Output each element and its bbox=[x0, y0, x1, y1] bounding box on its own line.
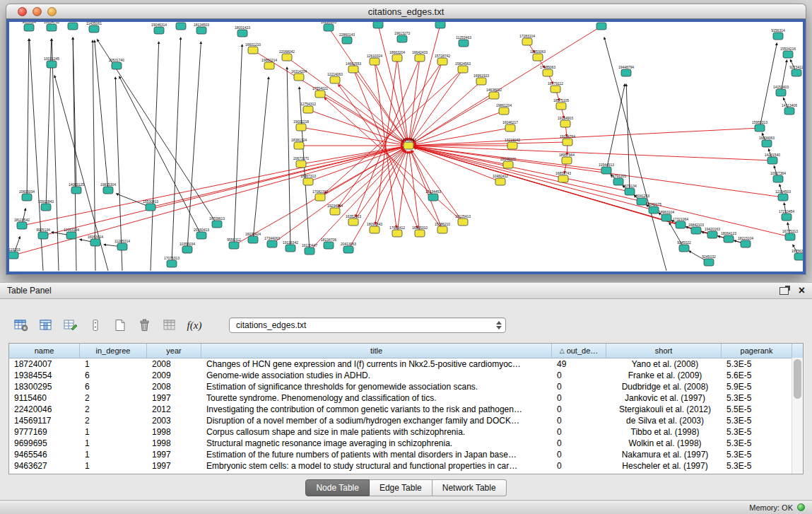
graph-node[interactable]: 19234064 bbox=[327, 204, 343, 216]
graph-node[interactable]: 14313406 bbox=[782, 103, 797, 115]
graph-node[interactable]: 16046217 bbox=[502, 120, 518, 132]
graph-node[interactable]: 18119542 bbox=[14, 218, 30, 230]
graph-node[interactable]: 12104503 bbox=[775, 189, 791, 201]
graph-node[interactable]: 12214063 bbox=[327, 72, 343, 84]
table-row[interactable]: 969969511998Structural magnetic resonanc… bbox=[9, 438, 803, 449]
table-row[interactable]: 2242004622012Investigating the contribut… bbox=[9, 404, 803, 415]
graph-node[interactable]: 20413063 bbox=[341, 242, 356, 254]
table-row[interactable]: 911546021997Tourette syndrome. Phenomeno… bbox=[9, 392, 803, 404]
graph-node[interactable]: 14063125 bbox=[69, 182, 84, 194]
graph-node[interactable]: 18134706 bbox=[321, 238, 336, 250]
graph-node[interactable]: 19448794 bbox=[618, 65, 634, 77]
graph-node[interactable]: 15824563 bbox=[455, 62, 471, 74]
float-panel-icon[interactable] bbox=[779, 287, 789, 295]
graph-node[interactable]: 20160413 bbox=[194, 228, 209, 240]
graph-node[interactable]: 15912843 bbox=[38, 199, 54, 211]
graph-node[interactable]: 19046314 bbox=[151, 23, 167, 35]
graph-node[interactable]: 9245032 bbox=[702, 255, 716, 267]
graph-node[interactable]: 20531740 bbox=[109, 58, 124, 70]
memory-status-label[interactable]: Memory: OK bbox=[749, 503, 793, 512]
graph-node[interactable]: 15955313 bbox=[752, 120, 767, 132]
graph-node[interactable]: 16130447 bbox=[302, 243, 317, 255]
graph-node[interactable]: 20605034 bbox=[19, 189, 35, 201]
graph-node[interactable]: 14153403 bbox=[773, 85, 789, 97]
graph-node[interactable]: 19154764 bbox=[560, 134, 575, 146]
graph-node[interactable]: 10927364 bbox=[770, 171, 786, 183]
graph-node[interactable]: 17605412 bbox=[389, 226, 405, 238]
graph-node[interactable]: 19815304 bbox=[100, 182, 116, 194]
graph-node[interactable]: 22860143 bbox=[339, 33, 355, 45]
edit-table-icon[interactable] bbox=[62, 317, 79, 333]
graph-node[interactable]: 15728742 bbox=[435, 54, 450, 66]
column-header-year[interactable]: year bbox=[147, 344, 201, 358]
graph-node[interactable]: 16756313 bbox=[792, 249, 803, 261]
network-view[interactable]: 1724084115824563157287421664243318663204… bbox=[9, 22, 803, 271]
tab-network-table[interactable]: Network Table bbox=[433, 479, 507, 496]
graph-node[interactable]: 17344063 bbox=[264, 236, 280, 248]
memory-ok-icon[interactable] bbox=[797, 503, 805, 511]
graph-node[interactable]: 17210454 bbox=[779, 209, 794, 221]
graph-node[interactable]: 19613273 bbox=[394, 31, 410, 43]
graph-node[interactable]: 11205314 bbox=[114, 239, 130, 251]
graph-node[interactable]: 22068042 bbox=[279, 49, 295, 62]
graph-node[interactable]: 9273412 bbox=[789, 65, 803, 77]
column-header-pagerank[interactable]: pagerank bbox=[722, 344, 792, 358]
graph-node[interactable]: 9156314 bbox=[771, 28, 785, 40]
graph-node[interactable]: 17485063 bbox=[540, 65, 555, 77]
table-row[interactable]: 977716911998Corpus callosum shape and si… bbox=[9, 426, 803, 438]
graph-node[interactable]: 18001423 bbox=[235, 25, 250, 37]
graph-node[interactable]: 12548342 bbox=[433, 22, 448, 28]
new-file-icon[interactable] bbox=[112, 317, 129, 333]
graph-node[interactable]: 16775313 bbox=[782, 229, 798, 241]
graph-node[interactable]: 10634712 bbox=[44, 22, 59, 31]
table-row[interactable]: 1938455462009Genome-wide association stu… bbox=[9, 370, 803, 381]
graph-node[interactable]: 16709613 bbox=[209, 216, 225, 228]
table-selector-combobox[interactable]: citations_edges.txt bbox=[229, 317, 506, 333]
trash-icon[interactable] bbox=[136, 317, 153, 333]
graph-node[interactable]: 17283104 bbox=[519, 34, 535, 46]
table-row[interactable]: 1830029562008Estimation of significance … bbox=[9, 381, 803, 392]
graph-node[interactable]: 16834063 bbox=[759, 136, 775, 148]
graph-node[interactable]: 16601210 bbox=[245, 42, 261, 54]
graph-node[interactable]: 16779112 bbox=[548, 81, 563, 93]
import-table-icon[interactable] bbox=[161, 317, 178, 333]
function-icon[interactable]: f(x) bbox=[186, 317, 203, 333]
graph-node[interactable]: 16961923 bbox=[473, 74, 489, 86]
graph-node[interactable]: 14662553 bbox=[346, 62, 361, 74]
graph-node[interactable]: 14638012 bbox=[486, 88, 502, 100]
graph-node[interactable]: 15504216 bbox=[780, 47, 796, 59]
close-window-button[interactable] bbox=[18, 7, 27, 16]
graph-node[interactable]: 20673170 bbox=[293, 156, 309, 168]
graph-node[interactable]: 9245022 bbox=[677, 240, 691, 252]
graph-node[interactable]: 9635024 bbox=[22, 22, 36, 31]
graph-node[interactable]: 10031245 bbox=[44, 57, 59, 69]
minimize-window-button[interactable] bbox=[33, 7, 42, 16]
graph-node[interactable]: 18663204 bbox=[389, 50, 405, 62]
graph-node[interactable]: 17554021 bbox=[312, 86, 328, 98]
graph-node[interactable]: 18134503 bbox=[194, 23, 209, 35]
graph-node[interactable]: 10356034 bbox=[180, 242, 195, 254]
graph-node[interactable]: 16228103 bbox=[321, 22, 336, 31]
table-settings-icon[interactable] bbox=[13, 317, 30, 333]
graph-node[interactable]: 10853124 bbox=[173, 22, 189, 30]
graph-node[interactable]: 18223104 bbox=[738, 236, 753, 248]
graph-node[interactable]: 19154903 bbox=[558, 116, 573, 128]
graph-node[interactable]: 16649503 bbox=[370, 22, 386, 28]
graph-node[interactable]: 9556312 bbox=[227, 238, 241, 250]
network-canvas[interactable]: 1724084115824563157287421664243318663204… bbox=[9, 22, 803, 271]
merge-rows-icon[interactable] bbox=[87, 317, 104, 333]
table-row[interactable]: 1456911722003Disruption of a novel membe… bbox=[9, 415, 803, 426]
select-columns-icon[interactable] bbox=[37, 317, 54, 333]
graph-node[interactable]: 15134453 bbox=[425, 189, 441, 201]
close-panel-icon[interactable]: × bbox=[799, 285, 805, 296]
graph-node[interactable]: 9905134 bbox=[36, 228, 50, 240]
table-row[interactable]: 1872400712008Changes of HCN gene express… bbox=[9, 358, 803, 370]
graph-node[interactable]: 16642433 bbox=[412, 50, 428, 62]
graph-node[interactable]: 9119203 bbox=[9, 247, 20, 259]
graph-node[interactable]: 12853063 bbox=[530, 49, 546, 62]
graph-node[interactable]: 18381324 bbox=[291, 138, 307, 150]
column-header-out_de[interactable]: △out_de… bbox=[552, 344, 606, 358]
graph-node[interactable]: 18957964 bbox=[559, 153, 575, 165]
network-window-titlebar[interactable]: citations_edges.txt bbox=[6, 4, 806, 19]
graph-node[interactable]: 17076313 bbox=[164, 256, 180, 268]
